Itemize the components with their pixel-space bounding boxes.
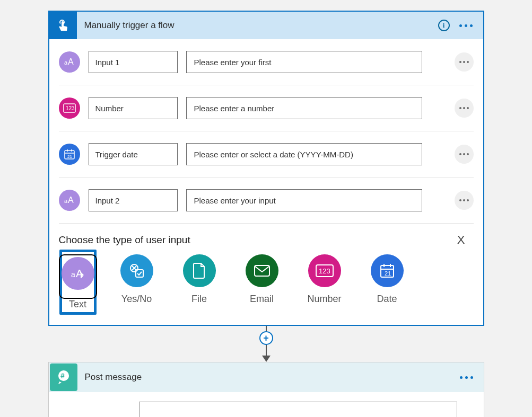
type-option-file[interactable]: File [181, 254, 218, 310]
input-name-field[interactable] [89, 51, 178, 73]
type-option-label: File [191, 294, 207, 305]
svg-text:#: # [60, 371, 65, 380]
input-row: 21 [59, 131, 474, 178]
number-type-icon: 123 [59, 97, 80, 119]
input-row-menu[interactable] [455, 191, 474, 210]
input-row-menu[interactable] [455, 52, 474, 72]
input-placeholder-field[interactable] [186, 143, 422, 165]
chooser-prompt: Choose the type of user input [59, 234, 457, 246]
type-option-label: Email [250, 294, 274, 305]
svg-text:123: 123 [319, 267, 330, 275]
input-row: 123 [59, 85, 474, 131]
input-row: aA [59, 39, 474, 85]
action-card: # Post message [48, 362, 484, 417]
info-icon[interactable]: i [438, 20, 450, 31]
action-header[interactable]: # Post message [49, 362, 484, 392]
hash-icon: # [56, 369, 72, 385]
date-icon: 21 [371, 254, 404, 287]
touch-icon [56, 18, 71, 33]
svg-text:21: 21 [385, 270, 391, 277]
input-name-field[interactable] [89, 143, 178, 165]
inputs-area: aA 123 21 [49, 39, 483, 325]
input-type-chooser: Choose the type of user input X aA Text [59, 224, 474, 325]
chooser-close-button[interactable]: X [457, 233, 465, 247]
type-option-yesno[interactable]: Yes/No [118, 254, 155, 310]
svg-text:123: 123 [66, 105, 75, 111]
email-icon [246, 254, 278, 287]
action-field[interactable] [139, 402, 457, 417]
input-name-field[interactable] [89, 189, 178, 211]
text-icon: aA [62, 257, 94, 290]
svg-rect-17 [255, 265, 269, 276]
text-type-icon: aA [59, 190, 80, 211]
action-title: Post message [85, 372, 460, 383]
trigger-header[interactable]: Manually trigger a flow i [49, 12, 483, 39]
svg-text:a: a [64, 59, 68, 66]
input-placeholder-field[interactable] [186, 51, 422, 73]
add-step-button[interactable]: + [259, 331, 273, 345]
date-type-icon: 21 [59, 144, 80, 165]
type-option-label: Text [69, 299, 86, 310]
connector-arrowhead [262, 356, 271, 362]
type-option-email[interactable]: Email [243, 254, 281, 310]
input-placeholder-field[interactable] [186, 97, 422, 119]
input-row: aA [59, 178, 474, 224]
action-body [49, 392, 484, 417]
type-option-text[interactable]: aA Text [59, 250, 97, 315]
type-option-number[interactable]: 123 Number [306, 254, 343, 310]
trigger-icon [49, 12, 77, 39]
input-row-menu[interactable] [455, 99, 474, 118]
input-placeholder-field[interactable] [186, 189, 422, 211]
trigger-menu-button[interactable] [459, 24, 473, 27]
svg-text:a: a [71, 270, 75, 279]
file-icon [183, 254, 216, 287]
svg-text:21: 21 [67, 154, 72, 159]
number-icon: 123 [308, 254, 341, 287]
trigger-title: Manually trigger a flow [84, 20, 438, 31]
trigger-card: Manually trigger a flow i aA 123 [48, 11, 484, 326]
type-option-date[interactable]: 21 Date [369, 254, 406, 310]
svg-text:a: a [64, 198, 68, 204]
flow-connector: + [259, 326, 273, 362]
svg-text:A: A [68, 196, 74, 205]
action-menu-button[interactable] [460, 376, 473, 379]
type-option-label: Number [307, 294, 341, 305]
svg-text:A: A [68, 57, 74, 66]
type-option-label: Date [377, 294, 397, 305]
type-option-label: Yes/No [121, 294, 152, 305]
input-name-field[interactable] [89, 97, 178, 119]
input-row-menu[interactable] [455, 145, 474, 164]
yesno-icon [120, 254, 153, 287]
text-type-icon: aA [59, 51, 80, 73]
action-icon: # [50, 363, 77, 391]
